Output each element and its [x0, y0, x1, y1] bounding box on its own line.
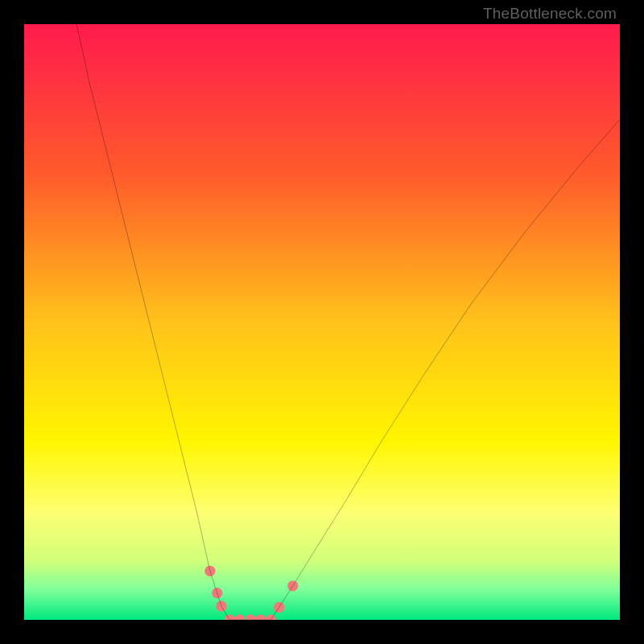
curve-marker	[266, 614, 276, 620]
watermark-text: TheBottleneck.com	[483, 5, 617, 23]
chart-frame: TheBottleneck.com	[0, 0, 644, 644]
curve-marker	[225, 614, 235, 620]
curve-marker	[246, 614, 256, 620]
bottleneck-curve	[76, 24, 620, 620]
markers-group	[204, 566, 298, 620]
curve-marker	[255, 614, 266, 620]
curve-layer	[24, 24, 620, 620]
plot-area	[24, 24, 620, 620]
curve-marker	[234, 614, 245, 620]
